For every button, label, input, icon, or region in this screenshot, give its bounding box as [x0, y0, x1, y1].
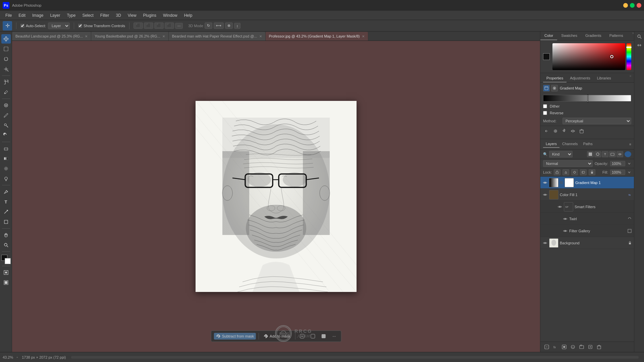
path-select-btn[interactable]	[1, 207, 11, 217]
menu-select[interactable]: Select	[79, 12, 96, 19]
menu-type[interactable]: Type	[64, 12, 78, 19]
tab-bearded-man[interactable]: Bearded man with Hat Paper Reveal Effect…	[169, 32, 266, 41]
layers-delete-btn[interactable]	[595, 343, 603, 351]
blur-btn[interactable]	[1, 164, 11, 173]
gradient-fill-btn[interactable]	[1, 154, 11, 163]
menu-edit[interactable]: Edit	[16, 12, 28, 19]
layer-eye-background[interactable]	[542, 240, 548, 246]
subtract-from-mask-btn[interactable]: Subtract from mask	[214, 333, 256, 340]
layers-fx-btn[interactable]: fx	[552, 343, 559, 351]
lock-artboards-btn[interactable]	[580, 169, 587, 175]
menu-window[interactable]: Window	[160, 12, 180, 19]
3d-pan-btn[interactable]: ⟷	[214, 22, 224, 29]
3d-slide-btn[interactable]: ↕	[234, 23, 241, 29]
reverse-checkbox[interactable]	[543, 111, 547, 115]
move-tool-icon[interactable]: ✛	[3, 21, 12, 31]
align-center-btn[interactable]: ⬛	[144, 22, 153, 29]
properties-tab[interactable]: Properties	[543, 74, 567, 82]
tab-beautiful-landscape[interactable]: Beautiful Landscape.psd @ 25.3% (RG... ✕	[12, 32, 91, 41]
opacity-input[interactable]	[610, 161, 625, 166]
history-brush-btn[interactable]	[1, 131, 11, 140]
close-button[interactable]	[637, 3, 641, 8]
align-right-btn[interactable]: ⬛	[154, 22, 164, 29]
mask-feather-btn[interactable]	[309, 332, 317, 340]
gradients-tab[interactable]: Gradients	[581, 32, 605, 40]
layers-mask-btn[interactable]	[560, 343, 568, 351]
zoom-btn[interactable]	[1, 240, 11, 250]
mask-more-btn[interactable]: ···	[330, 332, 338, 340]
3d-rotate-btn[interactable]: ↻	[205, 22, 212, 29]
layer-eye-gradient-map[interactable]	[542, 180, 548, 185]
menu-plugins[interactable]: Plugins	[141, 12, 159, 19]
more-options-btn[interactable]: ···	[175, 23, 183, 29]
menu-filter[interactable]: Filter	[98, 12, 112, 19]
transform-controls-option[interactable]: Show Transform Controls	[78, 24, 125, 28]
filter-type-btn[interactable]: T	[602, 151, 608, 157]
lock-transparent-btn[interactable]	[554, 169, 560, 175]
layer-eye-filter-gallery[interactable]	[562, 228, 568, 234]
layers-group-btn[interactable]	[578, 343, 585, 351]
prop-icon-reset[interactable]	[560, 127, 568, 135]
lock-all-btn[interactable]	[589, 169, 595, 175]
channels-tab[interactable]: Channels	[559, 140, 580, 148]
fill-input[interactable]	[610, 170, 625, 175]
method-select[interactable]: Perceptual Linear Classic	[562, 118, 631, 124]
tab-close-1[interactable]: ✕	[85, 35, 88, 38]
layers-new-btn[interactable]	[587, 343, 594, 351]
tab-close-3[interactable]: ✕	[259, 35, 262, 38]
lock-pixels-btn[interactable]	[562, 169, 569, 175]
distribute-btn[interactable]: ⬛	[165, 22, 174, 29]
lock-position-btn[interactable]	[571, 169, 578, 175]
lasso-btn[interactable]	[1, 54, 11, 64]
status-scrollbar[interactable]	[71, 356, 639, 359]
auto-select-dropdown[interactable]: Layer Group	[48, 22, 70, 29]
menu-view[interactable]: View	[125, 12, 139, 19]
color-tab[interactable]: Color	[540, 32, 557, 40]
layer-row-background[interactable]: Background	[540, 237, 634, 249]
prop-mask-icon[interactable]	[551, 85, 558, 92]
align-left-btn[interactable]: ⬛	[133, 22, 143, 29]
tab-young-basketballer[interactable]: Young Basketballer.psd @ 26.2% (RG... ✕	[91, 32, 168, 41]
right-edge-expand[interactable]	[636, 42, 643, 49]
hand-btn[interactable]	[1, 230, 11, 240]
screen-mode-btn[interactable]	[1, 278, 11, 287]
filter-shape-btn[interactable]	[609, 151, 616, 157]
prop-icon-link[interactable]	[543, 127, 550, 135]
mask-apply-btn[interactable]	[319, 332, 327, 340]
dodge-burn-btn[interactable]	[1, 174, 11, 183]
filter-kind-select[interactable]: Kind	[549, 151, 573, 158]
layer-eye-color-fill[interactable]	[542, 192, 548, 197]
tab-professor[interactable]: Professor.jpg @ 43.2% (Gradient Map 1, L…	[266, 32, 368, 41]
auto-select-option[interactable]: Auto-Select: Layer Group	[20, 22, 70, 29]
libraries-tab[interactable]: Libraries	[594, 74, 614, 82]
color-spectrum[interactable]	[552, 43, 625, 70]
right-edge-search[interactable]	[636, 33, 643, 40]
type-btn[interactable]: T	[1, 197, 11, 206]
menu-image[interactable]: Image	[30, 12, 46, 19]
layer-row-color-fill[interactable]: Color Fill 1 fx	[540, 189, 634, 201]
prop-icon-copy[interactable]	[552, 127, 559, 135]
layer-row-filter-gallery[interactable]: Filter Gallery	[540, 225, 634, 237]
layer-row-twirl[interactable]: Twirl	[540, 213, 634, 225]
add-to-mask-btn[interactable]: Add to mask	[262, 333, 292, 340]
healing-brush-btn[interactable]	[1, 101, 11, 110]
layer-row-smart-filters[interactable]: SF Smart Filters	[540, 201, 634, 213]
magic-wand-btn[interactable]	[1, 64, 11, 74]
move-tool-btn[interactable]	[1, 34, 11, 44]
prop-icon-visibility[interactable]	[569, 127, 577, 135]
menu-file[interactable]: File	[3, 12, 14, 19]
shape-btn[interactable]	[1, 217, 11, 227]
filter-adjustment-btn[interactable]	[594, 151, 601, 157]
dither-checkbox[interactable]	[543, 104, 547, 108]
layer-row-gradient-map[interactable]: ⛓ Gradient Map 1	[540, 177, 634, 189]
color-hue-strip[interactable]	[627, 43, 631, 70]
paths-tab[interactable]: Paths	[581, 140, 595, 148]
swatches-tab[interactable]: Swatches	[557, 32, 581, 40]
3d-zoom-btn[interactable]: ⊕	[225, 22, 233, 29]
clone-stamp-btn[interactable]	[1, 121, 11, 130]
canvas-workspace[interactable]: Subtract from mask Add to mask	[12, 41, 540, 352]
layers-tab[interactable]: Layers	[543, 140, 559, 148]
layers-link-btn[interactable]	[543, 343, 550, 351]
adjustments-tab[interactable]: Adjustments	[567, 74, 594, 82]
layers-adjustment-btn[interactable]	[569, 343, 577, 351]
